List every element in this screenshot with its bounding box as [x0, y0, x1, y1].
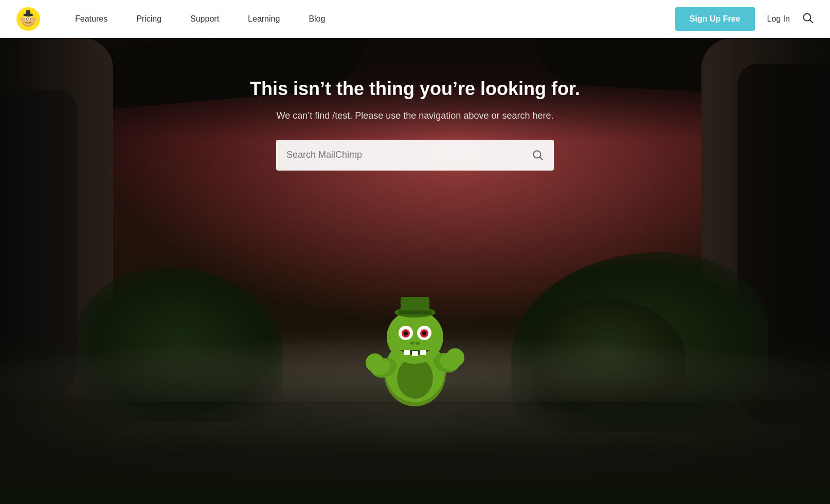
- monster-svg: [364, 291, 466, 409]
- svg-point-5: [26, 18, 27, 19]
- svg-rect-28: [404, 350, 410, 355]
- monster-character: [364, 291, 466, 409]
- main-nav: Features Pricing Support Learning Blog: [61, 0, 675, 38]
- error-subtitle: We can’t find /test. Please use the navi…: [235, 110, 595, 121]
- search-submit-icon: [532, 150, 544, 161]
- nav-item-blog[interactable]: Blog: [294, 0, 339, 38]
- svg-rect-29: [412, 351, 418, 356]
- search-container: [276, 140, 554, 171]
- nav-item-support[interactable]: Support: [176, 0, 233, 38]
- svg-point-25: [422, 331, 426, 335]
- nav-item-learning[interactable]: Learning: [233, 0, 294, 38]
- search-icon[interactable]: [802, 12, 814, 26]
- logo-icon: [16, 7, 40, 31]
- nav-item-pricing[interactable]: Pricing: [122, 0, 176, 38]
- svg-rect-19: [399, 310, 431, 314]
- svg-rect-8: [26, 10, 30, 15]
- navbar: Features Pricing Support Learning Blog S…: [0, 0, 830, 38]
- login-button[interactable]: Log In: [767, 14, 790, 24]
- nav-item-features[interactable]: Features: [61, 0, 122, 38]
- svg-point-6: [30, 18, 31, 19]
- svg-point-27: [416, 342, 420, 345]
- svg-point-26: [410, 342, 414, 345]
- logo[interactable]: [16, 7, 40, 31]
- svg-line-38: [540, 157, 543, 160]
- svg-point-36: [446, 348, 464, 367]
- hero-content: This isn’t the thing you’re looking for.…: [235, 77, 595, 171]
- signup-button[interactable]: Sign Up Free: [675, 7, 755, 31]
- search-button[interactable]: [522, 140, 554, 171]
- navbar-actions: Sign Up Free Log In: [675, 7, 814, 31]
- svg-line-12: [810, 20, 813, 23]
- svg-rect-30: [420, 350, 426, 355]
- svg-point-35: [366, 353, 384, 372]
- svg-point-2: [23, 16, 34, 26]
- svg-point-10: [32, 17, 37, 22]
- hero-section: This isn’t the thing you’re looking for.…: [0, 0, 830, 504]
- error-title: This isn’t the thing you’re looking for.: [235, 77, 595, 101]
- search-input[interactable]: [276, 140, 522, 171]
- svg-point-24: [404, 331, 408, 335]
- svg-point-9: [20, 17, 24, 22]
